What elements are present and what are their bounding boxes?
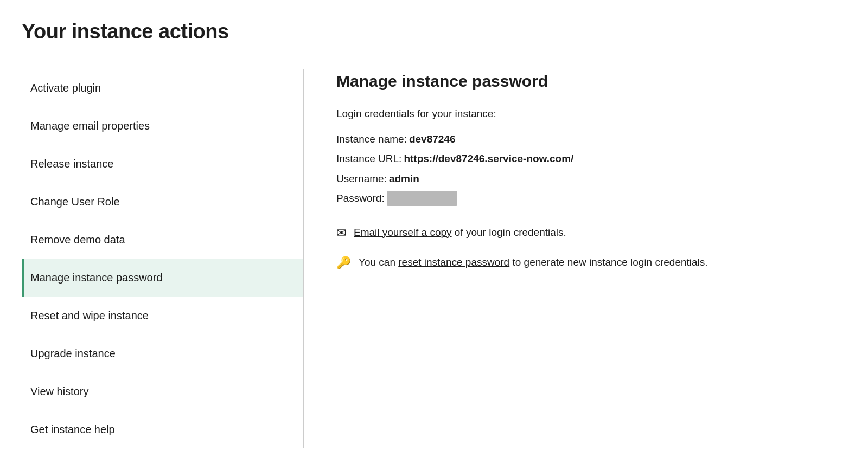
password-label: Password: [336,191,385,207]
instance-name-row: Instance name: dev87246 [336,132,814,147]
email-action-text: Email yourself a copy of your login cred… [354,225,566,241]
sidebar-item-manage-instance-password[interactable]: Manage instance password [22,259,303,297]
credentials-section: Login credentials for your instance: Ins… [336,106,814,207]
page-title: Your instance actions [22,16,846,47]
email-action-row: ✉ Email yourself a copy of your login cr… [336,224,814,242]
reset-password-link[interactable]: reset instance password [398,256,509,268]
sidebar-item-upgrade-instance[interactable]: Upgrade instance [22,334,303,372]
sidebar-item-view-history[interactable]: View history [22,372,303,410]
sidebar-item-activate-plugin[interactable]: Activate plugin [22,69,303,107]
reset-action-row: 🔑 You can reset instance password to gen… [336,254,814,272]
sidebar-item-change-user-role[interactable]: Change User Role [22,183,303,221]
sidebar-item-manage-email[interactable]: Manage email properties [22,107,303,145]
username-value: admin [389,171,419,187]
reset-action-suffix: to generate new instance login credentia… [509,256,707,268]
instance-url-link[interactable]: https://dev87246.service-now.com/ [404,151,573,167]
instance-name-label: Instance name: [336,132,407,147]
instance-url-label: Instance URL: [336,151,401,167]
sidebar-item-reset-wipe-instance[interactable]: Reset and wipe instance [22,297,303,334]
email-icon: ✉ [336,224,346,242]
instance-name-value: dev87246 [409,132,456,147]
credentials-intro: Login credentials for your instance: [336,106,814,122]
sidebar: Activate plugin Manage email properties … [22,69,304,448]
main-content: Manage instance password Login credentia… [304,69,846,284]
sidebar-item-release-instance[interactable]: Release instance [22,145,303,183]
reset-action-text: You can reset instance password to gener… [359,255,708,271]
email-action-suffix: of your login credentials. [452,227,566,238]
password-row: Password: [336,191,814,207]
section-title: Manage instance password [336,69,814,93]
username-row: Username: admin [336,171,814,187]
sidebar-item-remove-demo-data[interactable]: Remove demo data [22,221,303,259]
layout: Activate plugin Manage email properties … [22,69,846,448]
reset-action-prefix: You can [359,256,398,268]
sidebar-item-get-instance-help[interactable]: Get instance help [22,410,303,448]
key-icon: 🔑 [336,254,351,272]
email-copy-link[interactable]: Email yourself a copy [354,227,452,238]
password-mask [387,191,457,206]
username-label: Username: [336,171,387,187]
instance-url-row: Instance URL: https://dev87246.service-n… [336,151,814,167]
actions-section: ✉ Email yourself a copy of your login cr… [336,224,814,272]
